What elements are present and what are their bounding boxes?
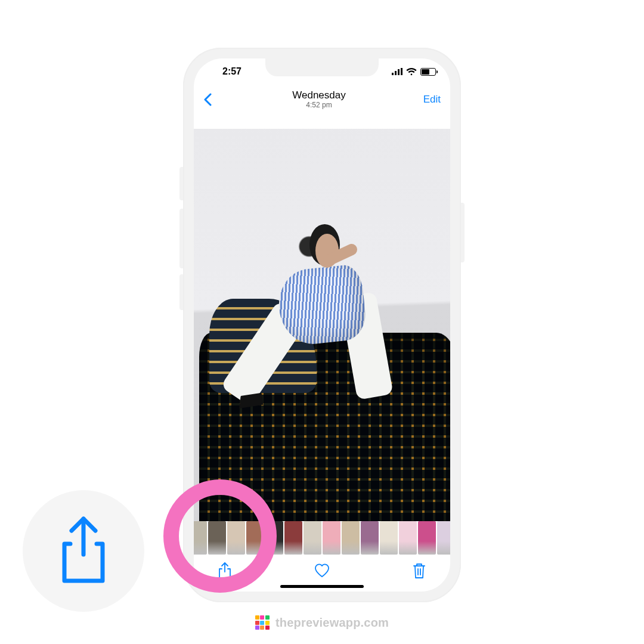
share-icon bbox=[218, 572, 232, 581]
watermark-text: thepreviewapp.com bbox=[275, 616, 389, 630]
battery-icon bbox=[420, 68, 436, 76]
thumbnail-strip[interactable] bbox=[194, 521, 450, 556]
photo-viewer[interactable] bbox=[194, 129, 450, 521]
status-time: 2:57 bbox=[208, 66, 256, 77]
nav-day-label: Wednesday bbox=[227, 89, 411, 101]
favorite-button[interactable] bbox=[310, 559, 334, 584]
thumbnail[interactable] bbox=[194, 521, 207, 555]
thumbnail[interactable] bbox=[284, 521, 302, 555]
delete-button[interactable] bbox=[408, 559, 430, 584]
trash-icon bbox=[412, 572, 426, 581]
thumbnail[interactable] bbox=[227, 521, 245, 555]
thumbnail[interactable] bbox=[208, 521, 226, 555]
thumbnail[interactable] bbox=[342, 521, 360, 555]
back-button[interactable] bbox=[203, 93, 227, 106]
watermark: thepreviewapp.com bbox=[0, 615, 644, 630]
share-icon bbox=[55, 514, 112, 588]
main-photo bbox=[194, 129, 450, 521]
share-button[interactable] bbox=[214, 558, 236, 585]
wifi-icon bbox=[406, 68, 417, 76]
heart-icon bbox=[314, 571, 330, 580]
cellular-icon bbox=[392, 68, 402, 75]
thumbnail[interactable] bbox=[437, 521, 450, 555]
nav-title: Wednesday 4:52 pm bbox=[227, 89, 411, 109]
thumbnail[interactable] bbox=[246, 521, 264, 555]
edit-button[interactable]: Edit bbox=[411, 94, 441, 106]
phone-screen: 2:57 Wednesday 4:52 pm Edit bbox=[194, 58, 450, 592]
thumbnail[interactable] bbox=[323, 521, 340, 555]
thumbnail[interactable] bbox=[265, 521, 283, 555]
thumbnail[interactable] bbox=[361, 521, 379, 555]
phone-frame: 2:57 Wednesday 4:52 pm Edit bbox=[183, 48, 461, 602]
previewapp-logo-icon bbox=[255, 615, 270, 630]
home-indicator[interactable] bbox=[280, 585, 364, 588]
share-callout-bubble bbox=[23, 490, 144, 612]
thumbnail[interactable] bbox=[380, 521, 398, 555]
nav-header: Wednesday 4:52 pm Edit bbox=[194, 85, 450, 114]
thumbnail[interactable] bbox=[399, 521, 417, 555]
phone-notch bbox=[265, 58, 379, 76]
thumbnail[interactable] bbox=[418, 521, 436, 555]
thumbnail[interactable] bbox=[304, 521, 321, 555]
nav-time-label: 4:52 pm bbox=[227, 101, 411, 110]
